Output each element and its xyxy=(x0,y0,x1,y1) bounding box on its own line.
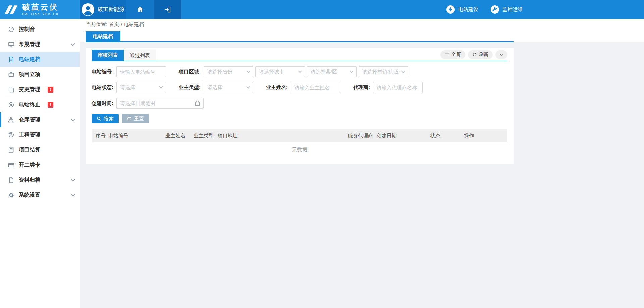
sidebar-item-label: 项目结算 xyxy=(19,146,40,153)
owner-name-label: 业主姓名: xyxy=(266,84,288,91)
pie-chart-icon xyxy=(8,132,14,138)
sidebar-item-general-mgmt[interactable]: 常规管理 xyxy=(0,37,80,52)
owner-name-input[interactable] xyxy=(291,82,340,93)
collapse-toggle-button[interactable] xyxy=(495,50,507,59)
refresh-icon xyxy=(472,52,477,57)
lightning-icon xyxy=(446,5,455,14)
sidebar-item-label: 项目立项 xyxy=(19,71,40,78)
results-table: 序号 电站编号 业主姓名 业主类型 项目地址 服务代理商 创建日期 状态 操作 … xyxy=(92,129,507,158)
sidebar-item-label: 电站建档 xyxy=(19,56,40,63)
city-select[interactable]: 请选择城市 xyxy=(255,66,305,77)
sidebar-item-open-card[interactable]: 开二类卡 xyxy=(0,158,80,173)
sidebar-item-project-initiation[interactable]: 项目立项 xyxy=(0,67,80,82)
region-label: 项目区域: xyxy=(179,69,201,75)
chevron-down-icon xyxy=(246,69,250,73)
notification-badge: 1 xyxy=(48,87,53,93)
sidebar-item-data-archive[interactable]: 资料归档 xyxy=(0,173,80,188)
village-placeholder: 请选择村镇/街道 xyxy=(362,69,399,75)
sidebar: 控制台 常规管理 电站建档 项目立项 变更管理 1 xyxy=(0,19,80,308)
logo-subtitle: Po Jian Yun Fu xyxy=(22,12,59,16)
county-select[interactable]: 请选择县/区 xyxy=(307,66,357,77)
created-time-label: 创建时间: xyxy=(92,100,113,107)
sidebar-item-engineering-mgmt[interactable]: 工程管理 xyxy=(0,127,80,142)
logout-button[interactable] xyxy=(154,0,181,19)
sidebar-item-label: 开二类卡 xyxy=(19,162,40,169)
sidebar-item-label: 控制台 xyxy=(19,26,35,33)
sidebar-item-console[interactable]: 控制台 xyxy=(0,22,80,37)
column-header: 项目地址 xyxy=(218,133,348,139)
station-status-select[interactable]: 请选择 xyxy=(116,82,166,93)
wrench-icon xyxy=(490,5,499,14)
fullscreen-label: 全屏 xyxy=(451,52,461,58)
refresh-button[interactable]: 刷新 xyxy=(468,50,493,59)
reset-icon xyxy=(127,116,131,121)
logo-icon xyxy=(5,5,19,15)
column-header: 创建日期 xyxy=(377,133,430,139)
search-button[interactable]: 搜索 xyxy=(92,114,119,123)
sidebar-item-project-settlement[interactable]: 项目结算 xyxy=(0,142,80,158)
chevron-down-icon xyxy=(298,69,302,73)
file-icon xyxy=(8,56,14,63)
sidebar-item-station-filing[interactable]: 电站建档 xyxy=(0,52,80,67)
empty-state-text: 无数据 xyxy=(92,142,507,158)
tab-review-list[interactable]: 审核列表 xyxy=(92,50,124,61)
stop-icon xyxy=(8,102,14,108)
notification-badge: 1 xyxy=(48,102,53,108)
page-tab-station-filing[interactable]: 电站建档 xyxy=(86,31,120,41)
home-button[interactable] xyxy=(126,0,154,19)
sidebar-item-label: 仓库管理 xyxy=(19,116,40,123)
page-tab-band: 电站建档 xyxy=(80,30,644,42)
sidebar-item-label: 资料归档 xyxy=(19,177,40,184)
province-select[interactable]: 请选择省份 xyxy=(204,66,253,77)
chevron-down-icon xyxy=(499,53,503,57)
date-range-input[interactable]: 请选择日期范围 xyxy=(116,98,204,109)
search-icon xyxy=(97,116,101,121)
copy-icon xyxy=(8,86,14,93)
owner-type-label: 业主类型: xyxy=(179,84,201,91)
logo-title: 破茧云伏 xyxy=(22,3,59,11)
reset-label: 重置 xyxy=(134,116,144,122)
fullscreen-button[interactable]: 全屏 xyxy=(440,50,465,59)
column-header: 状态 xyxy=(430,133,464,139)
sidebar-item-warehouse-mgmt[interactable]: 仓库管理 xyxy=(0,112,80,127)
refresh-label: 刷新 xyxy=(479,52,488,58)
sidebar-item-label: 常规管理 xyxy=(19,41,40,48)
column-header: 业主姓名 xyxy=(165,133,194,139)
column-header: 业主类型 xyxy=(194,133,218,139)
gear-icon xyxy=(8,192,14,198)
fullscreen-icon xyxy=(445,52,449,57)
owner-type-select[interactable]: 请选择 xyxy=(204,82,253,93)
station-no-input[interactable] xyxy=(116,66,166,77)
province-placeholder: 请选择省份 xyxy=(207,69,232,75)
chevron-down-icon xyxy=(71,192,75,197)
nav-label: 电站建设 xyxy=(458,6,478,13)
village-select[interactable]: 请选择村镇/街道 xyxy=(359,66,408,77)
sidebar-item-change-mgmt[interactable]: 变更管理 1 xyxy=(0,82,80,97)
sidebar-item-system-settings[interactable]: 系统设置 xyxy=(0,188,80,203)
breadcrumb-home-link[interactable]: 首页 xyxy=(109,21,119,28)
county-placeholder: 请选择县/区 xyxy=(311,69,337,75)
calculator-icon xyxy=(8,147,14,153)
nav-label: 监控运维 xyxy=(502,6,523,13)
agent-label: 代理商: xyxy=(353,84,370,91)
briefcase-icon xyxy=(8,71,14,78)
chevron-down-icon xyxy=(71,117,75,121)
station-status-placeholder: 请选择 xyxy=(120,84,135,91)
nav-station-build[interactable]: 电站建设 xyxy=(446,5,478,14)
date-range-placeholder: 请选择日期范围 xyxy=(120,100,155,107)
agent-input[interactable] xyxy=(373,82,423,93)
sidebar-item-label: 工程管理 xyxy=(19,131,40,138)
app-logo: 破茧云伏 Po Jian Yun Fu xyxy=(0,0,80,19)
login-arrow-icon xyxy=(164,6,171,13)
nav-monitor-ops[interactable]: 监控运维 xyxy=(490,5,523,14)
reset-button[interactable]: 重置 xyxy=(122,114,149,123)
sidebar-item-station-termination[interactable]: 电站终止 1 xyxy=(0,97,80,112)
calendar-icon xyxy=(195,101,200,106)
column-header: 操作 xyxy=(464,133,507,139)
station-status-label: 电站状态: xyxy=(92,84,113,91)
tab-passed-list[interactable]: 通过列表 xyxy=(124,50,156,61)
column-header: 电站编号 xyxy=(108,133,165,139)
city-placeholder: 请选择城市 xyxy=(259,69,284,75)
table-header-row: 序号 电站编号 业主姓名 业主类型 项目地址 服务代理商 创建日期 状态 操作 xyxy=(92,129,507,142)
header-user-menu[interactable]: 破茧新能源 xyxy=(80,0,126,19)
